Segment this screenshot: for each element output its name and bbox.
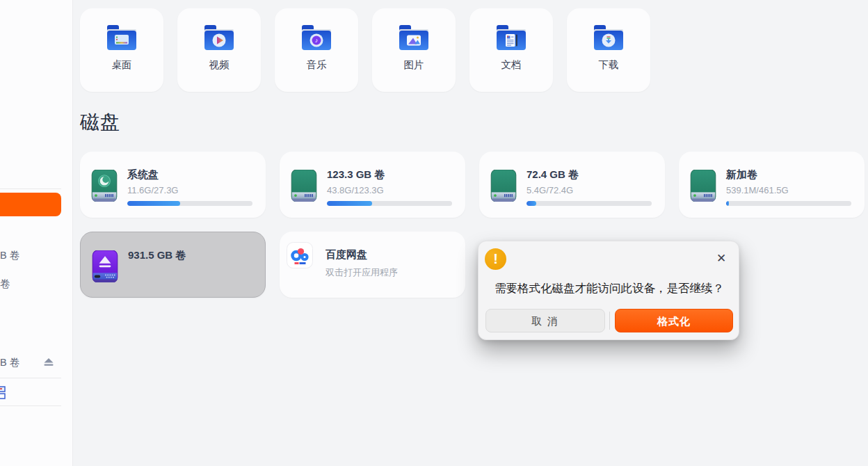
shortcut-card-videos[interactable]: 视频: [177, 8, 261, 92]
format-disk-dialog: ! ✕ 需要格式化磁盘才能访问此设备，是否继续？ 取 消 格式化: [478, 241, 739, 340]
disk-name: 系统盘: [127, 168, 159, 182]
format-button[interactable]: 格式化: [615, 309, 733, 332]
disk-usage-fill: [327, 201, 372, 206]
disk-name: 123.3 GB 卷: [327, 168, 385, 182]
disks-section-title: 磁盘: [80, 109, 120, 136]
close-icon[interactable]: ✕: [714, 252, 728, 266]
hard-disk-icon: [291, 170, 317, 202]
dialog-message: 需要格式化磁盘才能访问此设备，是否继续？: [495, 281, 728, 296]
shortcut-label: 图片: [404, 58, 424, 72]
disk-card-72gb[interactable]: 72.4 GB 卷 5.4G/72.4G: [479, 152, 665, 218]
disk-name: 72.4 GB 卷: [527, 168, 579, 182]
shortcut-card-documents[interactable]: 文档: [469, 8, 553, 92]
disk-usage-bar: [327, 201, 452, 206]
disk-card-system[interactable]: 系统盘 11.6G/27.3G: [80, 152, 266, 218]
pictures-folder-icon: [397, 24, 431, 51]
disk-card-931gb-selected[interactable]: 931.5 GB 卷: [80, 232, 266, 298]
sidebar-separator: [0, 378, 61, 378]
desktop-folder-icon: [105, 24, 138, 51]
disk-usage-bar: [127, 201, 252, 206]
disk-name: 931.5 GB 卷: [128, 249, 186, 262]
music-folder-icon: ♪: [300, 24, 333, 51]
shortcut-label: 音乐: [307, 58, 327, 72]
shortcut-label: 下载: [599, 58, 619, 72]
shortcut-card-music[interactable]: ♪ 音乐: [275, 8, 358, 92]
shortcut-card-pictures[interactable]: 图片: [372, 8, 456, 92]
sidebar-item-volume-3[interactable]: B 卷: [0, 356, 19, 369]
svg-text:♪: ♪: [315, 37, 319, 44]
sidebar-item-volume-1[interactable]: B 卷: [0, 249, 19, 262]
shortcut-card-desktop[interactable]: 桌面: [80, 8, 163, 92]
hard-disk-icon: [490, 170, 517, 202]
system-disk-icon: [91, 170, 118, 202]
button-divider: [609, 312, 610, 330]
removable-disk-icon: [92, 250, 118, 282]
disk-usage-fill: [527, 201, 536, 206]
disk-card-123gb[interactable]: 123.3 GB 卷 43.8G/123.3G: [280, 152, 465, 218]
disk-usage-bar: [726, 201, 851, 206]
shortcut-label: 桌面: [112, 58, 132, 72]
documents-folder-icon: [495, 24, 528, 51]
disk-name: 新加卷: [726, 168, 757, 182]
warning-icon: !: [485, 248, 506, 270]
app-name: 百度网盘: [326, 248, 367, 262]
baidu-netdisk-icon: [287, 242, 313, 268]
sidebar-separator: [0, 405, 61, 406]
cancel-button[interactable]: 取 消: [485, 309, 605, 332]
sidebar-separator: [0, 188, 61, 189]
computer-icon-fragment[interactable]: [0, 385, 6, 401]
downloads-folder-icon: [592, 24, 625, 51]
disk-card-baidu-netdisk[interactable]: 百度网盘 双击打开应用程序: [280, 232, 465, 298]
disk-usage-fill: [127, 201, 180, 206]
sidebar: B 卷 卷 B 卷: [0, 0, 73, 466]
sidebar-item-volume-2[interactable]: 卷: [0, 278, 10, 291]
shortcut-card-downloads[interactable]: 下载: [567, 8, 650, 92]
disk-usage: 539.1M/461.5G: [726, 185, 789, 195]
disk-usage: 11.6G/27.3G: [127, 185, 178, 195]
shortcut-label: 视频: [209, 58, 230, 72]
eject-icon[interactable]: [43, 357, 54, 367]
hard-disk-icon: [690, 170, 716, 202]
disk-usage: 5.4G/72.4G: [527, 185, 573, 195]
videos-folder-icon: [202, 24, 236, 51]
disk-usage: 43.8G/123.3G: [327, 185, 384, 195]
app-subtitle: 双击打开应用程序: [326, 266, 398, 279]
disk-usage-bar: [527, 201, 652, 206]
sidebar-item-selected[interactable]: [0, 193, 61, 216]
shortcut-label: 文档: [501, 58, 522, 72]
disk-card-new-volume[interactable]: 新加卷 539.1M/461.5G: [679, 152, 865, 218]
disk-usage-fill: [726, 201, 729, 206]
